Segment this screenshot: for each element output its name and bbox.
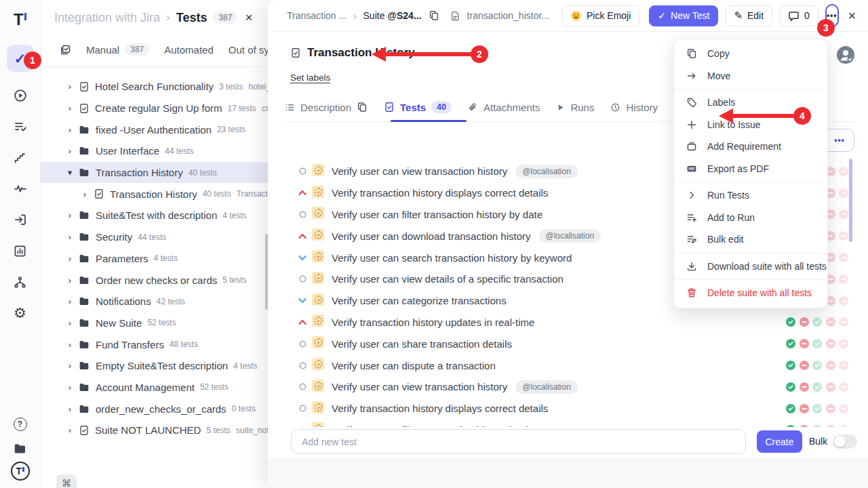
- tree-item[interactable]: ›fixed -User Authentication23 tests: [41, 119, 268, 140]
- status-circle-icon[interactable]: [298, 362, 307, 369]
- test-title[interactable]: Verify user can search transaction histo…: [332, 252, 572, 264]
- priority-low-icon[interactable]: [298, 298, 307, 304]
- assignee-avatar[interactable]: [836, 45, 855, 64]
- rail-help[interactable]: ?: [7, 413, 34, 436]
- run-dot-failed[interactable]: [800, 404, 809, 413]
- run-dot-failed[interactable]: [839, 404, 848, 413]
- suite-file-name[interactable]: transaction_histor...: [467, 10, 549, 21]
- menu-item-export-as-pdf[interactable]: PDFExport as PDF: [674, 158, 827, 180]
- set-labels-link[interactable]: Set labels: [290, 73, 330, 83]
- test-title[interactable]: Verify user can categorize transactions: [332, 295, 507, 306]
- priority-low-icon[interactable]: [298, 255, 307, 261]
- bulk-toggle[interactable]: [833, 434, 857, 449]
- test-title[interactable]: Verify transaction history displays corr…: [332, 403, 548, 414]
- tree-item[interactable]: ›order_new_checks_or_cards0 tests: [41, 398, 268, 420]
- tree-item[interactable]: ›New Suite52 tests: [41, 312, 268, 334]
- run-dot-failed[interactable]: [839, 209, 848, 219]
- test-title[interactable]: Verify transaction history displays corr…: [332, 187, 548, 199]
- run-dot-passed[interactable]: [786, 361, 795, 370]
- chevron-right-icon[interactable]: ›: [66, 361, 73, 371]
- close-tests-icon[interactable]: ×: [245, 10, 252, 25]
- tree-item[interactable]: ›Parameters4 tests: [41, 248, 268, 270]
- run-dot-failed[interactable]: [839, 253, 848, 262]
- chevron-right-icon[interactable]: ›: [66, 125, 73, 135]
- tab-manual[interactable]: Manual 387: [86, 43, 149, 56]
- test-title[interactable]: Verify user can share transaction detail…: [332, 338, 512, 350]
- tree-item[interactable]: ›Fund Transfers48 tests: [41, 333, 268, 355]
- chevron-right-icon[interactable]: ›: [66, 382, 73, 392]
- rail-app-logo[interactable]: T: [7, 8, 34, 31]
- rail-import[interactable]: [7, 208, 34, 231]
- tab-history[interactable]: History: [610, 102, 658, 113]
- test-row[interactable]: Verify transaction history displays corr…: [268, 398, 868, 420]
- test-row[interactable]: Verify user can share transaction detail…: [268, 333, 868, 354]
- status-circle-icon[interactable]: [298, 167, 307, 175]
- chevron-right-icon[interactable]: ›: [66, 103, 73, 113]
- test-title[interactable]: Verify user can view details of a specif…: [332, 273, 564, 285]
- menu-item-bulk-edit[interactable]: Bulk edit: [674, 228, 827, 251]
- test-title[interactable]: Verify user can filter transaction histo…: [332, 209, 542, 220]
- chevron-down-icon[interactable]: ▾: [66, 167, 73, 178]
- run-dot-failed[interactable]: [800, 382, 809, 392]
- run-dot-failed[interactable]: [839, 296, 848, 306]
- test-row[interactable]: Verify user can view transaction history…: [268, 376, 868, 398]
- chevron-right-icon[interactable]: ›: [66, 404, 73, 414]
- menu-item-add-requirement[interactable]: Add Requirement: [674, 136, 827, 158]
- tree-item[interactable]: ›Account Management52 tests: [41, 377, 268, 399]
- run-dot-failed[interactable]: [839, 274, 848, 284]
- tab-description[interactable]: Description: [285, 102, 368, 113]
- list-scrollbar[interactable]: [849, 159, 852, 242]
- rail-branch[interactable]: [7, 270, 34, 293]
- suite-breadcrumb-parent[interactable]: Transaction ...: [287, 10, 347, 21]
- run-dot-failed[interactable]: [826, 361, 835, 370]
- breadcrumb-parent[interactable]: Integration with Jira: [54, 11, 160, 25]
- chevron-right-icon[interactable]: ›: [66, 81, 73, 92]
- run-dot-failed[interactable]: [839, 231, 848, 241]
- tab-runs[interactable]: Runs: [556, 102, 594, 113]
- chevron-right-icon[interactable]: ›: [66, 340, 73, 350]
- rail-settings-gear[interactable]: ⚙: [7, 301, 34, 324]
- tree-item[interactable]: ▾Transaction History40 tests: [41, 162, 268, 184]
- priority-high-icon[interactable]: [298, 233, 307, 239]
- chevron-right-icon[interactable]: ›: [66, 210, 73, 220]
- status-circle-icon[interactable]: [298, 211, 307, 218]
- rail-account-logo[interactable]: T: [7, 460, 34, 483]
- menu-item-add-to-run[interactable]: Add to Run: [674, 207, 827, 229]
- tab-tests[interactable]: Tests40: [384, 101, 452, 113]
- rail-projects-folder[interactable]: [7, 437, 34, 460]
- status-circle-icon[interactable]: [298, 405, 307, 412]
- rail-pulse[interactable]: [7, 177, 34, 200]
- tab-out-of-sync[interactable]: Out of sync: [229, 44, 268, 56]
- test-tag-badge[interactable]: @localisation: [515, 165, 578, 178]
- run-dot-failed[interactable]: [839, 339, 848, 348]
- tab-automated[interactable]: Automated: [164, 44, 214, 56]
- select-tests-icon[interactable]: [60, 44, 71, 56]
- menu-item-run-tests[interactable]: Run Tests: [674, 184, 827, 207]
- test-title[interactable]: Verify transaction history updates in re…: [332, 317, 534, 328]
- tree-item[interactable]: ›Suite NOT LAUNCHED5 testssuite_not_lau.…: [41, 420, 268, 441]
- run-dot-failed[interactable]: [826, 404, 835, 413]
- run-dot-passed[interactable]: [812, 339, 822, 348]
- run-dot-passed[interactable]: [786, 317, 795, 327]
- chevron-right-icon[interactable]: ›: [66, 146, 73, 156]
- add-test-input[interactable]: [291, 429, 746, 454]
- status-circle-icon[interactable]: [298, 340, 307, 348]
- tree-item[interactable]: ›Notifications42 tests: [41, 291, 268, 312]
- test-row[interactable]: Verify transaction history updates in re…: [268, 312, 868, 333]
- menu-item-copy[interactable]: Copy: [674, 43, 827, 65]
- run-dot-passed[interactable]: [786, 382, 795, 392]
- run-dot-failed[interactable]: [800, 361, 809, 370]
- run-dot-passed[interactable]: [786, 404, 795, 413]
- chevron-right-icon[interactable]: ›: [66, 318, 73, 328]
- test-title[interactable]: Verify user can view transaction history: [332, 381, 507, 392]
- run-dot-passed[interactable]: [786, 339, 795, 348]
- run-dot-failed[interactable]: [839, 188, 848, 198]
- tree-item[interactable]: ›Hotel Search Functionality3 testshotel_…: [41, 76, 268, 98]
- comments-button[interactable]: 0: [779, 5, 818, 26]
- menu-item-move[interactable]: Move: [674, 65, 827, 87]
- test-title[interactable]: Verify user can view transaction history: [332, 165, 507, 177]
- priority-high-icon[interactable]: [298, 319, 307, 325]
- run-dot-failed[interactable]: [839, 317, 848, 327]
- test-tag-badge[interactable]: @localisation: [515, 380, 578, 394]
- tab-attachments[interactable]: Attachments: [468, 102, 540, 113]
